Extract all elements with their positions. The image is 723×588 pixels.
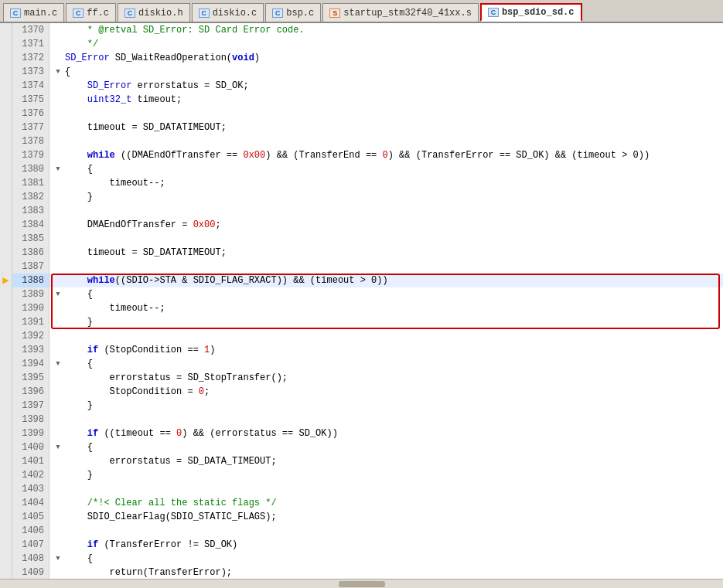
bp-line-1376 bbox=[0, 107, 12, 121]
tab-diskio_h[interactable]: Cdiskio.h bbox=[118, 3, 190, 22]
line-num-1380: 1380 bbox=[12, 162, 49, 176]
indent-1404 bbox=[65, 496, 87, 510]
fold-icon-1380[interactable]: ▼ bbox=[53, 164, 63, 175]
token-1396-0: StopCondition = bbox=[110, 385, 199, 399]
line-num-1383: 1383 bbox=[12, 204, 49, 218]
token-1374-1: errorstatus = SD_OK; bbox=[131, 79, 248, 93]
code-line-1390: timeout--; bbox=[49, 301, 723, 315]
bp-line-1395 bbox=[0, 371, 12, 385]
bp-line-1382 bbox=[0, 190, 12, 204]
bp-line-1390 bbox=[0, 301, 12, 315]
bp-line-1384 bbox=[0, 218, 12, 232]
code-line-1400: ▼ { bbox=[49, 440, 723, 454]
indent-1393 bbox=[65, 343, 87, 357]
tab-label-startup: startup_stm32f40_41xx.s bbox=[343, 8, 472, 19]
code-line-1382: } bbox=[49, 190, 723, 204]
token-1399-3: ) && (errorstatus == SD_OK)) bbox=[182, 427, 338, 440]
line-num-1405: 1405 bbox=[12, 510, 49, 524]
code-line-1378 bbox=[49, 134, 723, 148]
token-1399-2: 0 bbox=[176, 427, 182, 440]
code-line-1392 bbox=[49, 329, 723, 343]
bp-line-1404 bbox=[0, 496, 12, 510]
code-line-1379: while ((DMAEndOfTransfer == 0x00) && (Tr… bbox=[49, 148, 723, 162]
indent-1402 bbox=[65, 468, 87, 482]
line-num-1374: 1374 bbox=[12, 79, 49, 93]
token-1391-0: } bbox=[87, 315, 93, 329]
scroll-thumb[interactable] bbox=[339, 581, 385, 587]
line-num-1386: 1386 bbox=[12, 246, 49, 260]
tab-icon-bsp_c: C bbox=[272, 8, 283, 18]
token-1393-1: (StopCondition == bbox=[98, 343, 204, 357]
token-1388-0: while bbox=[87, 274, 115, 287]
tab-diskio_c[interactable]: Cdiskio.c bbox=[192, 3, 264, 22]
code-line-1405: SDIO_ClearFlag(SDIO_STATIC_FLAGS); bbox=[49, 510, 723, 524]
token-1379-2: 0x00 bbox=[243, 148, 265, 162]
code-area[interactable]: * @retval SD_Error: SD Card Error code. … bbox=[49, 23, 723, 579]
token-1402-0: } bbox=[87, 468, 93, 482]
code-line-1406 bbox=[49, 524, 723, 538]
indent-1397 bbox=[65, 399, 87, 413]
bp-line-1405 bbox=[0, 510, 12, 524]
indent-1391 bbox=[65, 315, 87, 329]
indent-1407 bbox=[65, 538, 87, 552]
indent-1395 bbox=[65, 371, 110, 385]
indent-1401 bbox=[65, 454, 110, 468]
tab-bsp_sdio_sd[interactable]: Cbsp_sdio_sd.c bbox=[480, 3, 582, 22]
token-1372-3: ) bbox=[254, 51, 260, 65]
bp-line-1373 bbox=[0, 65, 12, 79]
fold-icon-1394[interactable]: ▼ bbox=[53, 359, 63, 369]
fold-icon-1389[interactable]: ▼ bbox=[53, 289, 63, 300]
scrollbar[interactable] bbox=[0, 579, 723, 588]
bp-line-1378 bbox=[0, 134, 12, 148]
line-num-1407: 1407 bbox=[12, 538, 49, 552]
line-num-1400: 1400 bbox=[12, 440, 49, 454]
code-line-1387 bbox=[49, 260, 723, 274]
line-num-1397: 1397 bbox=[12, 399, 49, 413]
code-line-1395: errorstatus = SD_StopTransfer(); bbox=[49, 371, 723, 385]
bp-line-1387 bbox=[0, 260, 12, 274]
tab-bar: Cmain.cCff.cCdiskio.hCdiskio.cCbsp.cSsta… bbox=[0, 0, 723, 23]
line-num-1387: 1387 bbox=[12, 260, 49, 274]
fold-icon-1400[interactable]: ▼ bbox=[53, 442, 63, 453]
indent-1379 bbox=[65, 148, 87, 162]
line-num-1401: 1401 bbox=[12, 454, 49, 468]
tab-main_c[interactable]: Cmain.c bbox=[3, 3, 64, 22]
code-line-1396: StopCondition = 0; bbox=[49, 385, 723, 399]
code-line-1389: ▼ { bbox=[49, 287, 723, 301]
token-1388-1: ((SDIO->STA & SDIO_FLAG_RXACT)) && (time… bbox=[115, 274, 388, 287]
line-numbers: 1370137113721373137413751376137713781379… bbox=[12, 23, 49, 579]
tab-startup[interactable]: Sstartup_stm32f40_41xx.s bbox=[322, 3, 479, 22]
indent-1381 bbox=[65, 176, 110, 190]
line-num-1390: 1390 bbox=[12, 301, 49, 315]
tab-ff_c[interactable]: Cff.c bbox=[66, 3, 116, 22]
line-num-1381: 1381 bbox=[12, 176, 49, 190]
token-1384-0: DMAEndOfTransfer = bbox=[87, 218, 193, 232]
line-num-1403: 1403 bbox=[12, 482, 49, 496]
fold-icon-1373[interactable]: ▼ bbox=[53, 66, 63, 77]
token-1375-1: timeout; bbox=[131, 93, 182, 107]
code-line-1408: ▼ { bbox=[49, 552, 723, 566]
bp-line-1370 bbox=[0, 23, 12, 37]
code-line-1376 bbox=[49, 107, 723, 121]
tab-label-diskio_h: diskio.h bbox=[138, 8, 183, 19]
line-num-1395: 1395 bbox=[12, 371, 49, 385]
line-num-1388: 1388 bbox=[12, 274, 49, 287]
tab-bsp_c[interactable]: Cbsp.c bbox=[265, 3, 321, 22]
fold-icon-1408[interactable]: ▼ bbox=[53, 553, 63, 564]
tab-label-main_c: main.c bbox=[24, 8, 57, 19]
indent-1388 bbox=[65, 274, 87, 287]
token-1396-1: 0 bbox=[199, 385, 204, 399]
bp-line-1374 bbox=[0, 79, 12, 93]
tab-icon-diskio_c: C bbox=[199, 8, 210, 18]
indent-1374 bbox=[65, 79, 87, 93]
bp-line-1402 bbox=[0, 468, 12, 482]
code-line-1403 bbox=[49, 482, 723, 496]
bp-line-1389 bbox=[0, 287, 12, 301]
token-1386-0: timeout = SD_DATATIMEOUT; bbox=[87, 246, 227, 260]
tab-icon-diskio_h: C bbox=[124, 8, 135, 18]
bp-line-1396 bbox=[0, 385, 12, 399]
line-num-1409: 1409 bbox=[12, 566, 49, 579]
line-num-1408: 1408 bbox=[12, 552, 49, 566]
indent-1409 bbox=[65, 566, 110, 579]
token-1381-0: timeout--; bbox=[110, 176, 165, 190]
